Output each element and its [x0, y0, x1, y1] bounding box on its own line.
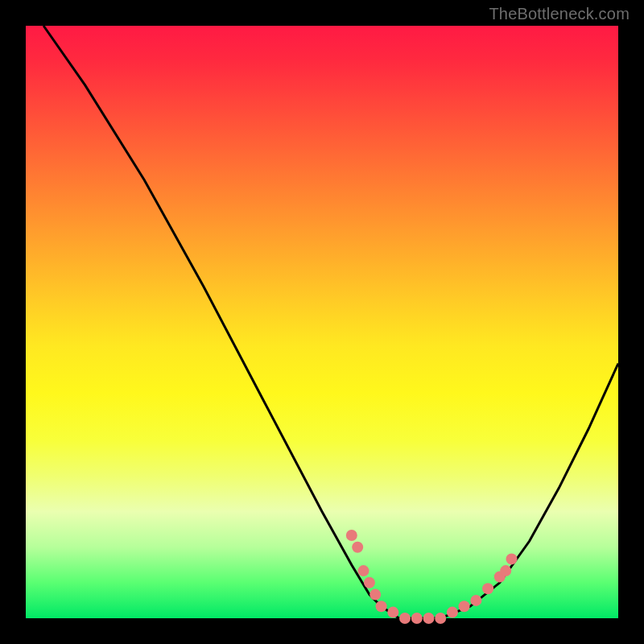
data-marker	[376, 601, 387, 612]
watermark-text: TheBottleneck.com	[489, 5, 630, 23]
data-marker	[346, 530, 357, 541]
bottleneck-curve	[43, 26, 618, 618]
data-marker	[435, 613, 446, 624]
data-marker	[399, 613, 411, 624]
data-marker	[459, 601, 470, 612]
data-marker	[411, 613, 423, 624]
data-marker	[482, 583, 493, 594]
data-marker	[500, 565, 511, 576]
data-marker	[352, 542, 363, 553]
data-marker	[470, 595, 481, 606]
data-marker	[506, 553, 518, 564]
data-marker	[369, 589, 381, 601]
data-marker	[447, 607, 458, 618]
data-marker	[423, 613, 435, 624]
chart-container: TheBottleneck.com	[0, 0, 644, 644]
data-markers	[346, 530, 518, 624]
data-marker	[358, 565, 369, 576]
data-marker	[387, 607, 398, 618]
data-marker	[364, 577, 375, 588]
chart-svg	[26, 26, 618, 618]
